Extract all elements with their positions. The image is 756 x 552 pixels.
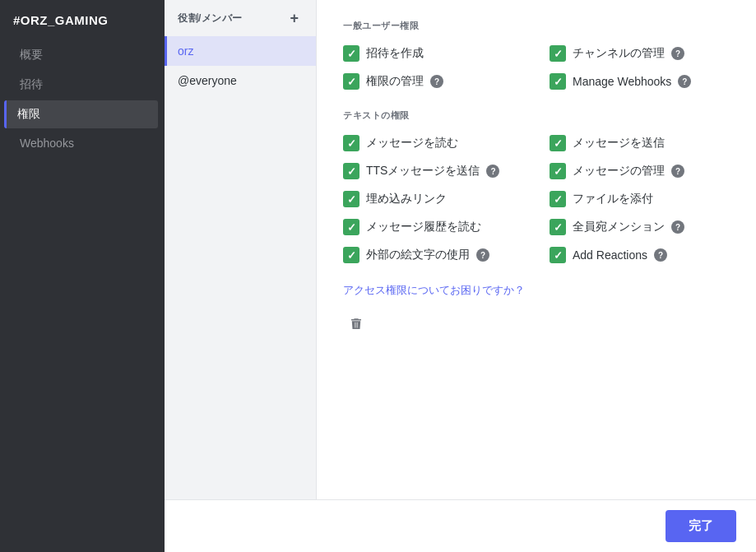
checkbox-embed-links[interactable] — [343, 191, 359, 207]
permission-manage-messages: メッセージの管理 ? — [550, 163, 730, 179]
permission-send-messages: メッセージを送信 — [550, 135, 730, 151]
text-permissions-grid: メッセージを読む メッセージを送信 TTSメッセージを送信 ? メッセージの管理… — [343, 135, 730, 263]
permission-label-attach-files: ファイルを添付 — [573, 192, 653, 206]
help-icon-manage-channels[interactable]: ? — [671, 47, 684, 60]
trash-icon — [349, 317, 364, 332]
checkbox-attach-files[interactable] — [550, 191, 566, 207]
sidebar-item-webhooks[interactable]: Webhooks — [7, 130, 158, 156]
done-button[interactable]: 完了 — [666, 510, 736, 542]
permission-read-messages: メッセージを読む — [343, 135, 523, 151]
main-content: 一般ユーザー権限 招待を作成 チャンネルの管理 ? 権限の管理 ? Manage… — [317, 0, 756, 552]
permission-label-send-messages: メッセージを送信 — [573, 136, 665, 151]
roles-header-label: 役割/メンバー — [178, 12, 243, 26]
permission-add-reactions: Add Reactions ? — [550, 247, 730, 263]
help-icon-manage-messages[interactable]: ? — [671, 165, 684, 178]
permission-manage-webhooks: Manage Webhooks ? — [550, 73, 730, 90]
footer: 完了 — [165, 499, 756, 552]
sidebar-title: #ORZ_GAMING — [0, 13, 165, 40]
permission-create-invite: 招待を作成 — [343, 45, 523, 62]
permission-label-manage-roles: 権限の管理 — [366, 74, 424, 89]
roles-panel: 役割/メンバー + orz @everyone — [165, 0, 317, 552]
general-section-label: 一般ユーザー権限 — [343, 20, 730, 32]
permission-use-external-emoji: 外部の絵文字の使用 ? — [343, 247, 523, 263]
help-icon-use-external-emoji[interactable]: ? — [476, 248, 489, 262]
permission-manage-roles: 権限の管理 ? — [343, 73, 523, 90]
permission-label-read-history: メッセージ履歴を読む — [366, 220, 481, 234]
checkbox-read-history[interactable] — [343, 219, 359, 235]
sidebar-item-overview[interactable]: 概要 — [7, 41, 158, 69]
permission-mention-everyone: 全員宛メンション ? — [550, 219, 730, 235]
roles-add-button[interactable]: + — [286, 10, 303, 26]
checkbox-manage-roles[interactable] — [343, 73, 359, 90]
roles-header: 役割/メンバー + — [165, 0, 316, 36]
sidebar-item-invite[interactable]: 招待 — [7, 71, 158, 99]
permission-label-manage-channels: チャンネルの管理 — [573, 46, 665, 61]
permission-label-send-tts: TTSメッセージを送信 — [366, 164, 480, 179]
permission-label-manage-messages: メッセージの管理 — [573, 164, 665, 179]
checkbox-add-reactions[interactable] — [550, 247, 566, 263]
sidebar-item-permissions[interactable]: 権限 — [4, 100, 158, 128]
help-icon-mention-everyone[interactable]: ? — [671, 220, 684, 234]
permission-read-history: メッセージ履歴を読む — [343, 219, 523, 235]
checkbox-manage-webhooks[interactable] — [550, 73, 566, 90]
permission-label-mention-everyone: 全員宛メンション — [573, 220, 665, 234]
checkbox-use-external-emoji[interactable] — [343, 247, 359, 263]
permission-embed-links: 埋め込みリンク — [343, 191, 523, 207]
checkbox-create-invite[interactable] — [343, 45, 359, 62]
permission-label-read-messages: メッセージを読む — [366, 136, 458, 151]
role-item-orz[interactable]: orz — [165, 36, 316, 66]
checkbox-manage-channels[interactable] — [550, 45, 566, 62]
checkbox-read-messages[interactable] — [343, 135, 359, 151]
checkbox-send-tts[interactable] — [343, 163, 359, 179]
help-link[interactable]: アクセス権限についてお困りですか？ — [343, 283, 730, 298]
help-icon-manage-webhooks[interactable]: ? — [678, 75, 691, 88]
permission-attach-files: ファイルを添付 — [550, 191, 730, 207]
help-icon-manage-roles[interactable]: ? — [430, 75, 443, 88]
help-icon-send-tts[interactable]: ? — [486, 165, 499, 178]
help-icon-add-reactions[interactable]: ? — [654, 248, 667, 262]
permission-label-create-invite: 招待を作成 — [366, 46, 424, 61]
checkbox-mention-everyone[interactable] — [550, 219, 566, 235]
role-item-everyone[interactable]: @everyone — [165, 66, 316, 95]
permission-manage-channels: チャンネルの管理 ? — [550, 45, 730, 62]
permission-label-add-reactions: Add Reactions — [573, 248, 647, 262]
permission-send-tts: TTSメッセージを送信 ? — [343, 163, 523, 179]
permission-label-manage-webhooks: Manage Webhooks — [573, 75, 671, 88]
general-permissions-grid: 招待を作成 チャンネルの管理 ? 権限の管理 ? Manage Webhooks… — [343, 45, 730, 90]
delete-button[interactable] — [343, 311, 369, 337]
sidebar: #ORZ_GAMING 概要 招待 権限 Webhooks — [0, 0, 165, 552]
permission-label-embed-links: 埋め込みリンク — [366, 192, 447, 206]
checkbox-send-messages[interactable] — [550, 135, 566, 151]
text-section-label: テキストの権限 — [343, 109, 730, 122]
permission-label-use-external-emoji: 外部の絵文字の使用 — [366, 248, 470, 262]
checkbox-manage-messages[interactable] — [550, 163, 566, 179]
